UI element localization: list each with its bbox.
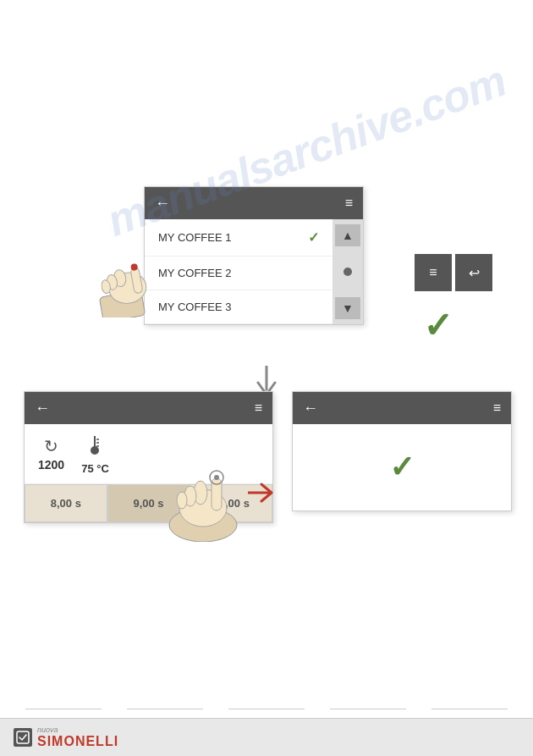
footer-line-3 xyxy=(228,709,305,709)
brand-text: nuova SIMONELLI xyxy=(37,726,118,749)
rotation-stat: ↻ 1200 xyxy=(38,436,64,472)
coffee-item-2-label: MY COFFEE 2 xyxy=(158,267,231,279)
list-side-button[interactable]: ≡ xyxy=(415,254,452,291)
scroll-indicator xyxy=(343,268,352,276)
back-button-bottom-left[interactable]: ← xyxy=(35,400,50,417)
scroll-bar: ▲ ▼ xyxy=(332,219,363,324)
time-button-1[interactable]: 8,00 s xyxy=(25,484,107,522)
coffee-item-1-label: MY COFFEE 1 xyxy=(158,231,231,244)
settings-panel-right: ← ≡ ✓ xyxy=(292,391,512,511)
right-checkmark: ✓ xyxy=(389,450,415,485)
svg-point-8 xyxy=(91,446,99,455)
coffee-item-1-check: ✓ xyxy=(308,229,319,246)
temperature-value: 75 °C xyxy=(81,462,109,475)
brand-name: SIMONELLI xyxy=(37,734,118,749)
rotation-icon: ↻ xyxy=(44,436,58,456)
back-button-top[interactable]: ← xyxy=(155,195,170,212)
coffee-list: MY COFFEE 1 ✓ MY COFFEE 2 MY COFFEE 3 ▲ … xyxy=(145,219,363,324)
svg-rect-20 xyxy=(17,731,29,743)
scroll-up-button[interactable]: ▲ xyxy=(335,224,360,246)
temperature-stat: 75 °C xyxy=(81,433,109,475)
brand-prefix: nuova xyxy=(37,726,118,734)
footer-line-5 xyxy=(431,709,508,709)
coffee-item-3[interactable]: MY COFFEE 3 xyxy=(145,290,332,324)
footer-line-4 xyxy=(330,709,406,709)
coffee-item-1[interactable]: MY COFFEE 1 ✓ xyxy=(145,219,332,257)
coffee-list-panel: ← ≡ MY COFFEE 1 ✓ MY COFFEE 2 MY COFFEE … xyxy=(144,186,364,325)
right-arrow-indicator xyxy=(248,481,278,508)
side-buttons: ≡ ↩ xyxy=(415,254,492,291)
svg-point-16 xyxy=(214,475,219,480)
menu-button-bottom-left[interactable]: ≡ xyxy=(255,400,262,416)
temperature-icon xyxy=(88,433,102,461)
right-panel-content: ✓ xyxy=(293,424,511,510)
menu-button-top[interactable]: ≡ xyxy=(345,196,353,211)
brand-icon xyxy=(16,731,30,744)
menu-button-bottom-right[interactable]: ≡ xyxy=(493,400,501,416)
scroll-down-button[interactable]: ▼ xyxy=(335,297,360,319)
panel-header-bottom-left: ← ≡ xyxy=(25,392,272,424)
coffee-items-container: MY COFFEE 1 ✓ MY COFFEE 2 MY COFFEE 3 xyxy=(145,219,332,324)
footer-lines xyxy=(25,709,508,709)
big-checkmark: ✓ xyxy=(423,305,453,346)
back-button-bottom-right[interactable]: ← xyxy=(303,400,318,417)
footer-brand: nuova SIMONELLI xyxy=(0,718,533,756)
footer-line-1 xyxy=(25,709,102,709)
coffee-item-3-label: MY COFFEE 3 xyxy=(158,301,231,313)
coffee-item-2[interactable]: MY COFFEE 2 xyxy=(145,257,332,290)
svg-point-19 xyxy=(177,492,187,509)
back-side-button[interactable]: ↩ xyxy=(455,254,492,291)
panel-header-bottom-right: ← ≡ xyxy=(293,392,511,424)
panel-header-top: ← ≡ xyxy=(145,187,363,219)
brand-box xyxy=(14,728,32,747)
hand-illustration-top xyxy=(80,224,161,317)
footer-line-2 xyxy=(127,709,203,709)
rotation-value: 1200 xyxy=(38,458,64,472)
brand-logo: nuova SIMONELLI xyxy=(14,726,118,749)
